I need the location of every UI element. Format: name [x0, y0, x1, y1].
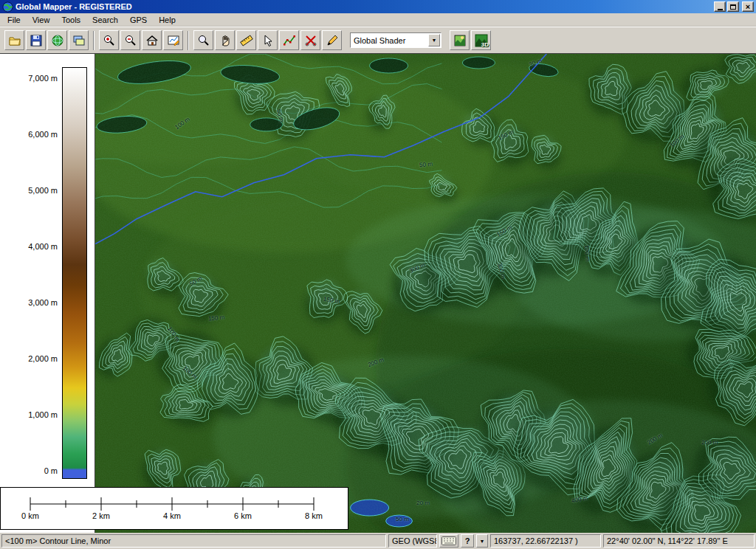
home-icon [145, 34, 159, 47]
magnifier-icon [197, 34, 210, 47]
digitizer-tool-button[interactable] [322, 30, 342, 50]
scale-label: 6 km [225, 511, 261, 520]
menu-tools[interactable]: Tools [55, 14, 86, 26]
globe-icon [51, 34, 64, 47]
elevation-gradient-bar [62, 67, 87, 479]
cut-tool-button[interactable] [300, 30, 320, 50]
chart-pencil-icon [167, 34, 180, 47]
save-floppy-icon [30, 34, 43, 47]
map-view[interactable]: 30 m100 m50 m50 m150 m100 m50 m150 m100 … [94, 53, 756, 533]
select-tool-button[interactable] [258, 30, 278, 50]
texture-image-icon [453, 34, 467, 47]
keyboard-icon [441, 536, 456, 545]
home-view-button[interactable] [142, 30, 162, 50]
scale-label: 4 km [154, 511, 190, 520]
menu-search[interactable]: Search [86, 14, 124, 26]
zoom-in-button[interactable] [99, 30, 119, 50]
legend-label: 2,000 m [28, 354, 58, 363]
zoom-in-icon [103, 34, 116, 47]
menu-view[interactable]: View [27, 14, 56, 26]
profile-chart-button[interactable] [163, 30, 183, 50]
cursor-arrow-icon [261, 34, 275, 47]
texture-map-button[interactable] [450, 30, 470, 50]
window-controls: × [714, 1, 754, 12]
status-bar: <100 m> Contour Line, Minor GEO (WGS8 ? … [0, 533, 756, 549]
main-area: 7,000 m6,000 m5,000 m4,000 m3,000 m2,000… [0, 53, 756, 533]
menu-bar: FileViewToolsSearchGPSHelp [0, 13, 756, 27]
legend-label: 1,000 m [28, 410, 58, 419]
overlay-control-center-button[interactable] [69, 30, 89, 50]
hand-icon [219, 34, 232, 47]
zoom-out-icon [124, 34, 137, 47]
path-profile-icon [283, 34, 296, 47]
pan-tool-button[interactable] [215, 30, 235, 50]
legend-label: 7,000 m [28, 74, 58, 83]
maximize-button[interactable] [727, 1, 739, 12]
toolbar: Global Shader ▼ 3D [0, 27, 756, 53]
window-title: Global Mapper - REGISTERED [16, 2, 714, 11]
legend-label: 5,000 m [28, 186, 58, 195]
legend-label: 3,000 m [28, 298, 58, 307]
app-window: Global Mapper - REGISTERED × FileViewToo… [0, 0, 756, 549]
menu-file[interactable]: File [1, 14, 27, 26]
status-geo-coords: 22°40' 02.00" N, 114°22' 17.89" E [603, 534, 755, 548]
legend-label: 0 m [44, 466, 58, 475]
title-bar: Global Mapper - REGISTERED × [0, 0, 756, 13]
minimize-button[interactable] [714, 1, 726, 12]
open-folder-icon [8, 34, 21, 47]
scale-label: 2 km [83, 511, 119, 520]
shader-value: Global Shader [351, 36, 428, 45]
keyboard-button[interactable] [439, 534, 458, 548]
shader-select[interactable]: Global Shader ▼ [350, 32, 441, 48]
status-map-coords: 163737, 22.66722137 ) [490, 534, 601, 548]
combo-dropdown-icon[interactable]: ▼ [428, 34, 440, 46]
zoom-tool-button[interactable] [193, 30, 213, 50]
menu-gps[interactable]: GPS [124, 14, 153, 26]
3d-label: 3D [481, 41, 489, 48]
legend-label: 4,000 m [28, 242, 58, 251]
app-globe-icon [2, 1, 13, 13]
scissors-icon [304, 34, 317, 47]
scale-ticks [1, 488, 348, 529]
open-button[interactable] [4, 30, 24, 50]
measure-tool-button[interactable] [236, 30, 256, 50]
menu-help[interactable]: Help [153, 14, 182, 26]
minimize-icon [718, 9, 723, 10]
zoom-out-button[interactable] [120, 30, 140, 50]
toolbar-separator [188, 31, 189, 50]
scale-label: 8 km [296, 511, 331, 520]
layers-icon [72, 34, 86, 47]
scale-bar: 0 km2 km4 km6 km8 km [0, 487, 348, 530]
toolbar-separator [93, 31, 94, 50]
status-message: <100 m> Contour Line, Minor [1, 534, 386, 548]
maximize-icon [730, 4, 736, 10]
pen-icon [326, 34, 339, 47]
scale-label: 0 km [13, 511, 48, 520]
status-projection: GEO (WGS8 [388, 534, 437, 548]
path-profile-tool-button[interactable] [279, 30, 299, 50]
help-button[interactable]: ? [461, 534, 474, 548]
close-button[interactable]: × [742, 1, 754, 12]
download-imagery-button[interactable] [47, 30, 67, 50]
3d-view-button[interactable]: 3D [471, 30, 491, 50]
save-button[interactable] [26, 30, 46, 50]
legend-label: 6,000 m [28, 130, 58, 139]
ruler-icon [240, 34, 253, 47]
elevation-legend: 7,000 m6,000 m5,000 m4,000 m3,000 m2,000… [0, 53, 94, 533]
terrain-map [95, 54, 756, 533]
status-dropdown-icon[interactable]: ▼ [476, 534, 488, 548]
